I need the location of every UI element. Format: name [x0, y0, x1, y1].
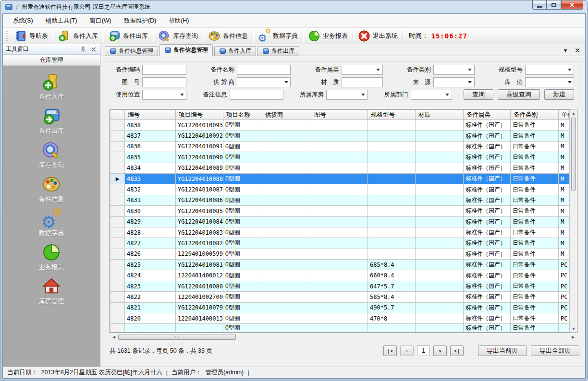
row-selector[interactable]	[110, 141, 125, 152]
grid-cell[interactable]: 日常备件	[511, 206, 559, 216]
tab[interactable]: 备件信息管理	[105, 46, 158, 56]
grid-cell[interactable]: 4832	[125, 184, 176, 195]
grid-cell[interactable]	[416, 216, 464, 227]
menu-item[interactable]: 辅助工具(T)	[39, 14, 84, 27]
grid-cell[interactable]: 0型圈	[223, 131, 262, 141]
grid-cell[interactable]: 标准件（国产）	[464, 216, 511, 227]
grid-cell[interactable]: 0型圈	[223, 302, 262, 313]
text-input[interactable]	[230, 90, 283, 100]
grid-cell[interactable]	[311, 163, 368, 173]
grid-cell[interactable]: 4833	[125, 173, 176, 184]
grid-cell[interactable]: M	[559, 195, 570, 205]
grid-cell[interactable]: YG12204010086	[176, 195, 223, 205]
scroll-right-icon[interactable]: ▶	[569, 333, 577, 341]
grid-cell[interactable]	[416, 238, 464, 249]
scrollbar-thumb[interactable]	[571, 118, 576, 190]
grid-cell[interactable]	[368, 163, 416, 173]
grid-cell[interactable]	[311, 313, 368, 324]
grid-cell[interactable]: 日常备件	[511, 324, 559, 333]
grid-header-cell[interactable]: 项目名称	[223, 110, 262, 120]
grid-cell[interactable]	[262, 173, 311, 184]
nav-item[interactable]: ⚙⚙数据字典	[39, 209, 64, 238]
combo-arrow-icon[interactable]	[566, 78, 573, 86]
grid-cell[interactable]: M	[559, 131, 570, 141]
grid-cell[interactable]: 4834	[125, 163, 176, 173]
grid-cell[interactable]: 4837	[125, 131, 176, 141]
grid-cell[interactable]	[416, 227, 464, 238]
grid-cell[interactable]: 标准件（国产）	[464, 292, 511, 302]
grid-cell[interactable]	[262, 120, 311, 131]
grid-cell[interactable]: YG12204010085	[176, 206, 223, 216]
grid-cell[interactable]: 0型圈	[223, 216, 262, 227]
toolbar-button[interactable]: 备件信息	[204, 29, 252, 43]
grid-cell[interactable]: 685*8.4	[368, 260, 416, 270]
grid-cell[interactable]: 4827	[125, 238, 176, 249]
row-selector[interactable]	[110, 195, 125, 205]
grid-cell[interactable]	[262, 281, 311, 291]
grid-cell[interactable]	[368, 141, 416, 152]
grid-cell[interactable]: YG12204010082	[176, 238, 223, 249]
toolbar-button[interactable]: ⚙⚙数据字典	[254, 29, 302, 43]
grid-cell[interactable]	[416, 131, 464, 141]
grid-cell[interactable]	[262, 163, 311, 173]
export-current-page-button[interactable]: 导出当前页	[478, 345, 527, 356]
combo-box[interactable]	[411, 90, 452, 100]
grid-cell[interactable]: YG12204010089	[176, 163, 223, 173]
grid-cell[interactable]	[262, 152, 311, 163]
row-selector[interactable]	[110, 238, 125, 249]
row-selector[interactable]	[110, 216, 125, 227]
grid-cell[interactable]	[311, 216, 368, 227]
text-input[interactable]	[237, 65, 291, 75]
grid-cell[interactable]: M	[559, 227, 570, 238]
text-input[interactable]	[142, 77, 186, 87]
grid-cell[interactable]: M	[559, 173, 570, 184]
grid-cell[interactable]	[262, 131, 311, 141]
grid-cell[interactable]	[311, 131, 368, 141]
maximize-button[interactable]	[547, 0, 561, 10]
grid-cell[interactable]	[176, 324, 223, 333]
grid-cell[interactable]: 660*8.4	[368, 270, 416, 281]
grid-cell[interactable]: 日常备件	[511, 120, 559, 131]
advanced-query-button[interactable]: 高级查询	[498, 89, 540, 100]
grid-cell[interactable]: M	[559, 184, 570, 195]
grid-cell[interactable]: 日常备件	[511, 152, 559, 163]
toolbar-button[interactable]: 库存查询	[154, 29, 202, 43]
grid-cell[interactable]	[368, 249, 416, 259]
grid-cell[interactable]: YG12204010087	[176, 184, 223, 195]
grid-cell[interactable]: 日常备件	[511, 227, 559, 238]
grid-row[interactable]: 4837YG122040100920型圈标准件（国产）日常备件M	[110, 131, 570, 141]
grid-cell[interactable]: YG12204010088	[176, 173, 223, 184]
grid-cell[interactable]: 1220401002700	[176, 292, 223, 302]
grid-cell[interactable]	[311, 281, 368, 291]
grid-cell[interactable]: 标准件（国产）	[464, 206, 511, 216]
grid-cell[interactable]	[311, 206, 368, 216]
grid-cell[interactable]: YG12204010091	[176, 141, 223, 152]
grid-cell[interactable]: M	[559, 206, 570, 216]
grid-cell[interactable]: 4826	[125, 249, 176, 259]
grid-cell[interactable]: 标准件（国产）	[464, 152, 511, 163]
combo-box[interactable]	[433, 65, 475, 75]
tab-list-dropdown-icon[interactable]: ▼	[563, 48, 568, 53]
grid-cell[interactable]: 标准件（国产）	[464, 163, 511, 173]
grid-row[interactable]: 0型圈标准件（国产）日常备件	[110, 324, 570, 333]
nav-item[interactable]: 备件出库	[39, 107, 64, 135]
grid-cell[interactable]	[311, 238, 368, 249]
grid-cell[interactable]: 日常备件	[511, 238, 559, 249]
grid-cell[interactable]	[262, 260, 311, 270]
section-header-warehouse[interactable]: 仓库管理	[3, 55, 100, 66]
grid-cell[interactable]	[262, 195, 311, 205]
grid-row[interactable]: 4834YG122040100890型圈标准件（国产）日常备件M	[110, 163, 570, 173]
row-selector[interactable]	[110, 206, 125, 216]
grid-cell[interactable]: 日常备件	[511, 270, 559, 281]
grid-cell[interactable]	[311, 227, 368, 238]
row-selector[interactable]	[110, 120, 125, 131]
grid-cell[interactable]: 4822	[125, 292, 176, 302]
grid-cell[interactable]	[416, 249, 464, 259]
vertical-scrollbar[interactable]: ▲ ▼	[570, 109, 577, 333]
grid-cell[interactable]	[311, 184, 368, 195]
grid-cell[interactable]: 标准件（国产）	[464, 173, 511, 184]
grid-cell[interactable]	[368, 173, 416, 184]
export-all-pages-button[interactable]: 导出全部页	[531, 345, 579, 356]
menu-item[interactable]: 帮助(H)	[162, 14, 195, 27]
grid-row[interactable]: 4831YG122040100860型圈标准件（国产）日常备件M	[110, 195, 570, 205]
